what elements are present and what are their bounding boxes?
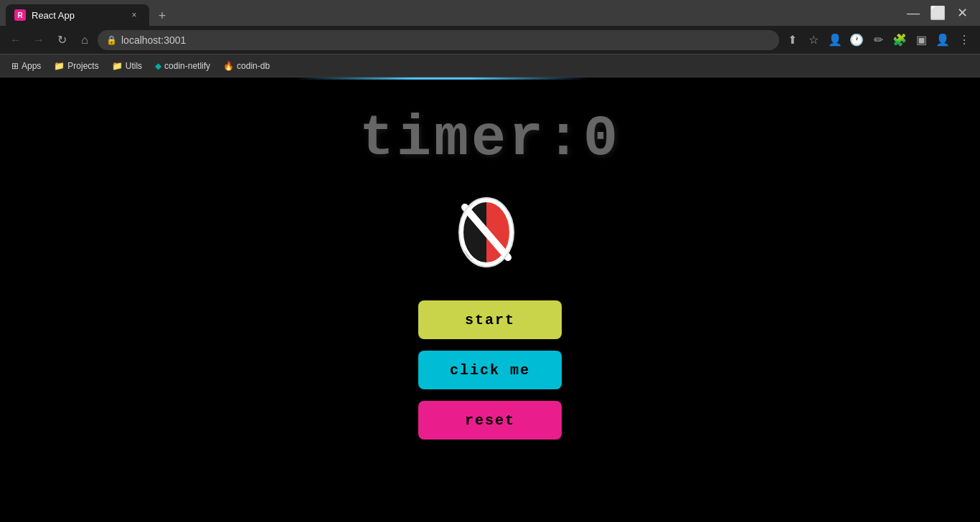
extensions-button[interactable]: 🧩 — [890, 30, 910, 50]
tab-strip: R React App × + — [6, 0, 904, 26]
bookmark-projects-label: Projects — [67, 61, 98, 71]
forward-button[interactable]: → — [29, 30, 49, 50]
bookmark-apps[interactable]: ⊞ Apps — [6, 58, 47, 74]
menu-button[interactable]: ⋮ — [954, 30, 974, 50]
app-logo — [454, 193, 526, 272]
lock-icon: 🔒 — [106, 35, 117, 45]
new-tab-button[interactable]: + — [152, 6, 172, 26]
bookmark-db-label: codin-db — [237, 61, 270, 71]
history-button[interactable]: 🕐 — [847, 30, 867, 50]
edit-button[interactable]: ✏ — [868, 30, 888, 50]
tab-title: React App — [32, 10, 122, 21]
utils-folder-icon: 📁 — [112, 61, 123, 71]
reset-button[interactable]: reset — [418, 401, 562, 440]
browser-tab[interactable]: R React App × — [6, 4, 149, 26]
close-button[interactable]: ✕ — [953, 4, 971, 22]
address-bar[interactable]: 🔒 localhost:3001 — [98, 30, 779, 50]
back-button[interactable]: ← — [6, 30, 26, 50]
tab-favicon: R — [14, 9, 26, 21]
logo-svg — [454, 193, 519, 272]
bookmark-star-button[interactable]: ☆ — [804, 30, 824, 50]
bookmarks-bar: ⊞ Apps 📁 Projects 📁 Utils ◆ codin-netlif… — [0, 54, 980, 77]
window-controls: — ⬜ ✕ — [904, 4, 974, 22]
minimize-button[interactable]: — — [904, 4, 923, 22]
start-button[interactable]: start — [418, 300, 562, 339]
bookmark-utils-label: Utils — [126, 61, 142, 71]
reload-button[interactable]: ↻ — [52, 30, 72, 50]
codin-db-flame-icon: 🔥 — [223, 61, 234, 71]
title-bar: R React App × + — ⬜ ✕ — [0, 0, 980, 26]
page-content: timer:0 start click me reset — [0, 77, 980, 522]
timer-display: timer:0 — [359, 106, 621, 171]
nav-actions: ⬆ ☆ 👤 🕐 ✏ 🧩 ▣ 👤 ⋮ — [782, 30, 974, 50]
navigation-bar: ← → ↻ ⌂ 🔒 localhost:3001 ⬆ ☆ 👤 🕐 ✏ 🧩 ▣ 👤… — [0, 26, 980, 54]
user-account-button[interactable]: 👤 — [933, 30, 953, 50]
click-me-button[interactable]: click me — [418, 351, 562, 389]
maximize-button[interactable]: ⬜ — [928, 4, 947, 22]
profile-button[interactable]: 👤 — [825, 30, 845, 50]
bookmark-codin-db[interactable]: 🔥 codin-db — [217, 58, 275, 74]
projects-folder-icon: 📁 — [54, 61, 65, 71]
apps-grid-icon: ⊞ — [11, 61, 19, 71]
bookmark-apps-label: Apps — [22, 61, 41, 71]
share-button[interactable]: ⬆ — [782, 30, 802, 50]
netlify-diamond-icon: ◆ — [155, 61, 161, 71]
bookmark-netlify-label: codin-netlify — [164, 61, 210, 71]
url-text: localhost:3001 — [121, 34, 771, 46]
sidebar-button[interactable]: ▣ — [911, 30, 931, 50]
buttons-container: start click me reset — [418, 300, 562, 440]
home-button[interactable]: ⌂ — [75, 30, 95, 50]
browser-window: R React App × + — ⬜ ✕ ← → ↻ ⌂ 🔒 localhos… — [0, 0, 980, 522]
tab-close-button[interactable]: × — [128, 9, 141, 22]
bookmark-projects[interactable]: 📁 Projects — [48, 58, 104, 74]
loading-bar — [294, 77, 588, 80]
bookmark-utils[interactable]: 📁 Utils — [106, 58, 148, 74]
bookmark-codin-netlify[interactable]: ◆ codin-netlify — [149, 58, 216, 74]
